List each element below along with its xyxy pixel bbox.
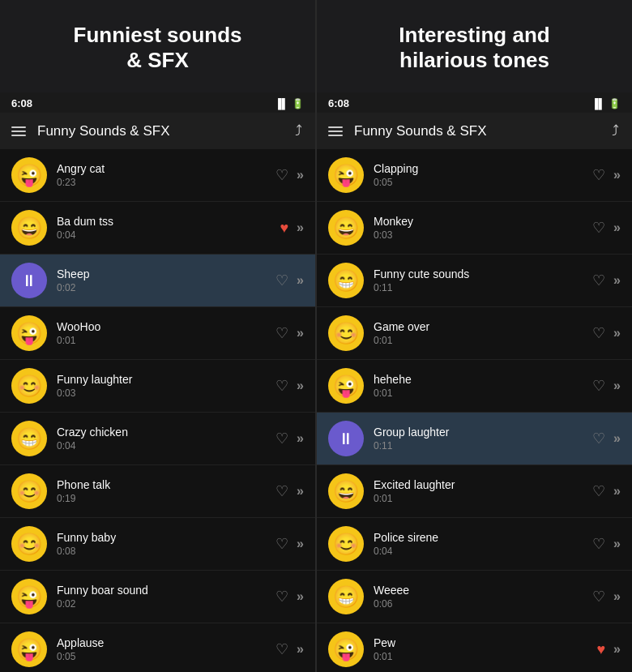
list-item[interactable]: 😄Monkey0:03♡» [317, 202, 632, 255]
list-item[interactable]: 😜WooHoo0:01♡» [0, 307, 315, 360]
forward-button[interactable]: » [297, 168, 304, 182]
item-actions: ♡» [275, 430, 304, 447]
list-item[interactable]: 😜Angry cat0:23♡» [0, 149, 315, 202]
like-button[interactable]: ♡ [275, 377, 288, 395]
forward-button[interactable]: » [297, 220, 304, 235]
like-button[interactable]: ♥ [280, 220, 288, 237]
list-item[interactable]: 😜Clapping0:05♡» [317, 149, 632, 202]
like-button[interactable]: ♡ [592, 272, 605, 289]
forward-button[interactable]: » [613, 431, 621, 446]
forward-button[interactable]: » [297, 537, 304, 551]
forward-button[interactable]: » [613, 537, 621, 551]
list-item[interactable]: ⏸Group laughter0:11♡» [317, 413, 632, 465]
forward-button[interactable]: » [297, 642, 304, 657]
like-button[interactable]: ♡ [592, 588, 605, 606]
like-button[interactable]: ♡ [275, 430, 288, 447]
item-avatar: 😊 [11, 526, 47, 562]
item-avatar: ⏸ [328, 421, 364, 456]
right-status-time: 6:08 [328, 97, 349, 109]
left-battery-icon: 🔋 [292, 98, 304, 109]
list-item[interactable]: 😄Ba dum tss0:04♥» [0, 202, 315, 255]
forward-button[interactable]: » [613, 484, 621, 499]
item-avatar: ⏸ [11, 263, 47, 298]
like-button[interactable]: ♡ [275, 588, 288, 606]
item-name: Ba dum tss [57, 215, 270, 228]
forward-button[interactable]: » [613, 326, 621, 340]
left-share-icon[interactable]: ⤴ [293, 121, 304, 141]
forward-button[interactable]: » [613, 589, 621, 604]
right-share-icon[interactable]: ⤴ [610, 121, 621, 141]
item-info: Game over0:01 [374, 320, 583, 346]
left-menu-icon[interactable] [11, 126, 26, 136]
forward-button[interactable]: » [297, 484, 304, 499]
list-item[interactable]: 😁Crazy chicken0:04♡» [0, 413, 315, 465]
right-list: 😜Clapping0:05♡»😄Monkey0:03♡»😁Funny cute … [317, 149, 632, 672]
right-menu-icon[interactable] [328, 126, 343, 136]
forward-button[interactable]: » [297, 326, 304, 340]
like-button[interactable]: ♡ [275, 324, 288, 342]
item-info: Sheep0:02 [57, 268, 266, 293]
forward-button[interactable]: » [297, 273, 304, 288]
forward-button[interactable]: » [613, 642, 621, 657]
right-signal-icon: ▐▌ [591, 98, 605, 109]
right-panel-header: Interesting and hilarious tones [317, 0, 632, 92]
forward-button[interactable]: » [613, 168, 621, 182]
item-name: Monkey [374, 215, 583, 228]
item-avatar: 😜 [11, 579, 47, 614]
list-item[interactable]: 😜hehehe0:01♡» [317, 360, 632, 413]
like-button[interactable]: ♡ [592, 535, 605, 553]
like-button[interactable]: ♡ [592, 166, 605, 184]
like-button[interactable]: ♡ [592, 377, 605, 395]
like-button[interactable]: ♡ [592, 430, 605, 447]
list-item[interactable]: 😊Game over0:01♡» [317, 307, 632, 360]
like-button[interactable]: ♡ [592, 482, 605, 500]
list-item[interactable]: 😊Phone talk0:19♡» [0, 465, 315, 518]
forward-button[interactable]: » [613, 379, 621, 393]
list-item[interactable]: 😊Funny baby0:08♡» [0, 518, 315, 571]
forward-button[interactable]: » [297, 379, 304, 393]
item-actions: ♥» [280, 220, 304, 237]
item-duration: 0:05 [57, 651, 266, 662]
item-info: Funny baby0:08 [57, 531, 266, 557]
item-actions: ♡» [592, 482, 621, 500]
list-item[interactable]: 😜Pew0:01♥» [317, 623, 632, 672]
item-avatar: 😜 [11, 631, 47, 667]
item-info: Crazy chicken0:04 [57, 426, 266, 452]
list-item[interactable]: 😊Funny laughter0:03♡» [0, 360, 315, 413]
like-button[interactable]: ♡ [275, 272, 288, 289]
item-actions: ♡» [275, 324, 304, 342]
list-item[interactable]: 😊Police sirene0:04♡» [317, 518, 632, 571]
item-info: Excited laughter0:01 [374, 478, 583, 504]
list-item[interactable]: 😁Funny cute sounds0:11♡» [317, 255, 632, 307]
right-panel-title: Interesting and hilarious tones [333, 23, 616, 73]
left-app-bar: Funny Sounds & SFX ⤴ [0, 113, 315, 149]
like-button[interactable]: ♡ [592, 219, 605, 237]
item-name: Clapping [374, 162, 583, 175]
forward-button[interactable]: » [297, 589, 304, 604]
right-status-bar: 6:08 ▐▌ 🔋 [317, 92, 632, 113]
item-duration: 0:11 [374, 440, 583, 452]
list-item[interactable]: 😁Weeee0:06♡» [317, 571, 632, 623]
item-avatar: 😁 [11, 421, 47, 456]
list-item[interactable]: 😜Applause0:05♡» [0, 623, 315, 672]
like-button[interactable]: ♡ [275, 640, 288, 658]
item-duration: 0:02 [57, 598, 266, 610]
like-button[interactable]: ♡ [275, 166, 288, 184]
like-button[interactable]: ♥ [596, 641, 605, 658]
item-info: Group laughter0:11 [374, 426, 583, 452]
list-item[interactable]: 😜Funny boar sound0:02♡» [0, 571, 315, 623]
list-item[interactable]: ⏸Sheep0:02♡» [0, 255, 315, 307]
item-actions: ♡» [275, 166, 304, 184]
item-actions: ♡» [592, 377, 621, 395]
forward-button[interactable]: » [613, 220, 621, 235]
forward-button[interactable]: » [613, 273, 621, 288]
item-actions: ♡» [275, 588, 304, 606]
item-name: Game over [374, 320, 583, 333]
like-button[interactable]: ♡ [275, 482, 288, 500]
forward-button[interactable]: » [297, 431, 304, 446]
item-name: Weeee [374, 584, 583, 597]
like-button[interactable]: ♡ [592, 324, 605, 342]
item-info: Applause0:05 [57, 636, 266, 662]
list-item[interactable]: 😄Excited laughter0:01♡» [317, 465, 632, 518]
like-button[interactable]: ♡ [275, 535, 288, 553]
